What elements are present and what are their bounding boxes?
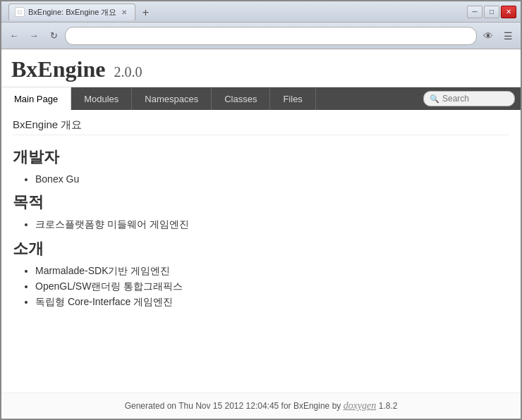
page-content: BxEngine 개요 개발자 Bonex Gu 목적 크로스플랫폼향 미들웨어…	[1, 110, 521, 393]
tab-strip: □ BxEngine: BxEngine 개요 ✕ +	[8, 4, 467, 20]
tab-classes[interactable]: Classes	[212, 87, 270, 110]
section-heading-3: 소개	[13, 238, 509, 259]
tab-namespaces[interactable]: Namespaces	[132, 87, 212, 110]
navigation-bar: ← → ↻ 👁 ☰	[1, 23, 521, 49]
maximize-button[interactable]: □	[484, 6, 499, 18]
list-item: OpenGL/SW랜더링 통합그래픽스	[35, 280, 509, 293]
section-heading-1: 개발자	[13, 147, 509, 168]
doxygen-link[interactable]: doxygen	[344, 400, 377, 411]
back-button[interactable]: ←	[6, 27, 23, 44]
list-item: 독립형 Core-Interface 게임엔진	[35, 296, 509, 309]
bxengine-version: 2.0.0	[114, 64, 142, 80]
section-list-3: Marmalade-SDK기반 게임엔진 OpenGL/SW랜더링 통합그래픽스…	[13, 265, 509, 309]
window-controls: ─ □ ✕	[467, 6, 516, 18]
section-list-1: Bonex Gu	[13, 173, 509, 185]
page-subtitle: BxEngine 개요	[13, 118, 509, 135]
tab-favicon: □	[15, 7, 25, 17]
bxengine-header: BxEngine 2.0.0	[1, 49, 521, 87]
page-footer: Generated on Thu Nov 15 2012 12:04:45 fo…	[1, 393, 521, 419]
footer-doxygen-version: 1.8.2	[379, 401, 398, 411]
menu-icon[interactable]: ☰	[499, 27, 516, 44]
tab-title: BxEngine: BxEngine 개요	[28, 7, 116, 18]
close-button[interactable]: ✕	[501, 6, 516, 18]
search-input[interactable]	[442, 94, 506, 104]
list-item: Bonex Gu	[35, 173, 509, 185]
tab-close-button[interactable]: ✕	[119, 7, 129, 17]
footer-generated-text: Generated on Thu Nov 15 2012 12:04:45 fo…	[125, 401, 341, 411]
tab-main-page[interactable]: Main Page	[1, 87, 71, 110]
search-icon: 🔍	[430, 94, 439, 104]
minimize-button[interactable]: ─	[467, 6, 482, 18]
title-bar: □ BxEngine: BxEngine 개요 ✕ + ─ □ ✕	[1, 1, 521, 23]
list-item: Marmalade-SDK기반 게임엔진	[35, 265, 509, 278]
reload-button[interactable]: ↻	[45, 27, 62, 44]
bxengine-title: BxEngine	[11, 56, 105, 82]
browser-window: □ BxEngine: BxEngine 개요 ✕ + ─ □ ✕ ← → ↻ …	[0, 0, 522, 420]
new-tab-button[interactable]: +	[138, 5, 153, 20]
address-input[interactable]	[71, 31, 471, 41]
browser-content: BxEngine 2.0.0 Main Page Modules Namespa…	[1, 49, 521, 419]
forward-button[interactable]: →	[25, 27, 42, 44]
list-item: 크로스플랫폼향 미들웨어 게임엔진	[35, 218, 509, 231]
eye-icon[interactable]: 👁	[480, 27, 497, 44]
address-bar-wrap[interactable]	[65, 27, 477, 45]
tab-files[interactable]: Files	[270, 87, 315, 110]
search-box[interactable]: 🔍	[423, 91, 515, 106]
section-heading-2: 목적	[13, 192, 509, 213]
search-wrap: 🔍	[418, 87, 521, 110]
doc-nav: Main Page Modules Namespaces Classes Fil…	[1, 87, 521, 110]
tab-modules[interactable]: Modules	[71, 87, 132, 110]
browser-tab-active[interactable]: □ BxEngine: BxEngine 개요 ✕	[8, 4, 135, 20]
section-list-2: 크로스플랫폼향 미들웨어 게임엔진	[13, 218, 509, 231]
